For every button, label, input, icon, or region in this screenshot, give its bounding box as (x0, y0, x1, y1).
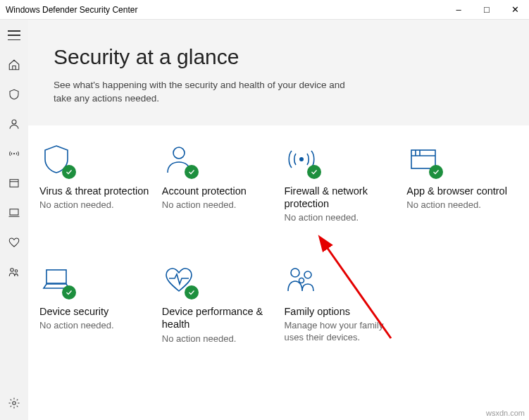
network-icon (285, 142, 318, 176)
tile-title: Family options (285, 305, 396, 318)
ok-badge (307, 165, 321, 179)
hamburger-menu-button[interactable] (7, 28, 21, 42)
tile-app-browser[interactable]: App & browser control No action needed. (406, 142, 518, 224)
page-subtitle: See what's happening with the security a… (54, 79, 356, 106)
tile-title: App & browser control (406, 185, 518, 197)
tile-status: No action needed. (285, 212, 396, 223)
svg-point-7 (173, 147, 185, 159)
network-icon[interactable] (7, 147, 21, 161)
tile-status: No action needed. (406, 199, 518, 211)
shield-icon (39, 142, 73, 176)
home-icon[interactable] (7, 58, 21, 72)
maximize-button[interactable]: □ (473, 0, 501, 19)
laptop-icon (39, 263, 73, 297)
person-icon (162, 142, 196, 176)
tile-virus-threat[interactable]: Virus & threat protection No action need… (39, 142, 151, 224)
tile-device-security[interactable]: Device security No action needed. (39, 263, 151, 345)
svg-point-8 (299, 157, 304, 161)
person-icon[interactable] (7, 117, 21, 131)
tile-title: Device performance & health (162, 305, 273, 331)
tile-status: Manage how your family uses their device… (285, 320, 396, 343)
svg-point-11 (291, 268, 299, 277)
tile-status: No action needed. (162, 333, 273, 345)
svg-point-5 (15, 270, 17, 272)
device-icon[interactable] (7, 206, 21, 220)
close-button[interactable]: ✕ (501, 0, 529, 19)
app-browser-icon[interactable] (7, 176, 21, 190)
tile-title: Account protection (162, 185, 273, 197)
tile-family-options[interactable]: Family options Manage how your family us… (285, 263, 396, 345)
ok-badge (185, 285, 199, 299)
svg-point-4 (11, 268, 14, 272)
heart-icon[interactable] (7, 235, 21, 249)
shield-icon[interactable] (7, 87, 21, 101)
watermark: wsxdn.com (486, 409, 525, 417)
svg-rect-2 (10, 180, 18, 187)
page-title: Security at a glance (54, 45, 504, 69)
ok-badge (62, 285, 76, 299)
svg-rect-3 (10, 209, 18, 215)
tile-title: Device security (39, 305, 151, 318)
svg-point-13 (299, 278, 304, 283)
svg-rect-10 (46, 270, 66, 283)
svg-point-0 (12, 120, 16, 124)
tile-performance-health[interactable]: Device performance & health No action ne… (162, 263, 273, 345)
sidebar (0, 20, 28, 420)
tiles-grid: Virus & threat protection No action need… (28, 125, 529, 345)
tile-status: No action needed. (162, 199, 273, 211)
ok-badge (429, 165, 443, 179)
family-icon (285, 263, 318, 297)
heart-pulse-icon (162, 263, 196, 297)
tile-status: No action needed. (39, 199, 151, 211)
svg-point-12 (304, 271, 311, 278)
ok-badge (185, 165, 199, 179)
minimize-button[interactable]: – (444, 0, 473, 19)
main-content: Security at a glance See what's happenin… (28, 20, 529, 420)
tile-title: Firewall & network protection (285, 185, 396, 210)
tile-title: Virus & threat protection (39, 185, 151, 197)
tile-account-protection[interactable]: Account protection No action needed. (162, 142, 273, 224)
titlebar: Windows Defender Security Center – □ ✕ (0, 0, 529, 20)
tile-status: No action needed. (39, 320, 151, 331)
svg-point-6 (13, 402, 16, 405)
family-icon[interactable] (7, 265, 21, 279)
svg-point-1 (13, 153, 15, 154)
window-controls: – □ ✕ (444, 0, 529, 19)
tile-firewall-network[interactable]: Firewall & network protection No action … (285, 142, 396, 224)
window-icon (406, 142, 440, 176)
settings-icon[interactable] (7, 396, 21, 410)
page-header: Security at a glance See what's happenin… (28, 20, 529, 125)
window-title: Windows Defender Security Center (6, 5, 137, 15)
ok-badge (62, 165, 76, 179)
